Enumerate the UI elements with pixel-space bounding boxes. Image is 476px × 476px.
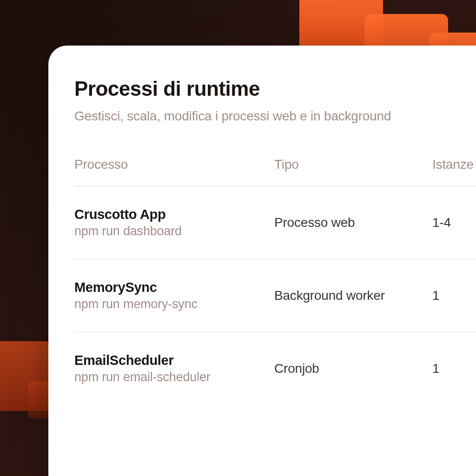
column-header-type: Tipo: [274, 157, 432, 172]
runtime-processes-card: Processi di runtime Gestisci, scala, mod…: [48, 46, 476, 476]
process-name: MemorySync: [74, 280, 274, 295]
process-command: npm run dashboard: [74, 224, 274, 238]
processes-table: Processo Tipo Istanze Cruscotto App npm …: [74, 157, 476, 405]
process-instances: 1: [432, 288, 476, 303]
process-name: EmailScheduler: [74, 353, 274, 368]
process-cell: Cruscotto App npm run dashboard: [74, 207, 274, 238]
process-type: Background worker: [274, 288, 432, 303]
table-row[interactable]: Cruscotto App npm run dashboard Processo…: [74, 186, 476, 259]
process-command: npm run memory-sync: [74, 297, 274, 311]
process-cell: MemorySync npm run memory-sync: [74, 280, 274, 311]
process-name: Cruscotto App: [74, 207, 274, 222]
process-command: npm run email-scheduler: [74, 370, 274, 384]
process-type: Cronjob: [274, 361, 432, 376]
table-header-row: Processo Tipo Istanze: [74, 157, 476, 186]
table-row[interactable]: MemorySync npm run memory-sync Backgroun…: [74, 259, 476, 332]
process-instances: 1: [432, 361, 476, 376]
column-header-process: Processo: [74, 157, 274, 172]
column-header-instances: Istanze: [432, 157, 476, 172]
card-subtitle: Gestisci, scala, modifica i processi web…: [74, 109, 476, 124]
process-instances: 1-4: [432, 215, 476, 230]
table-row[interactable]: EmailScheduler npm run email-scheduler C…: [74, 332, 476, 405]
process-type: Processo web: [274, 215, 432, 230]
card-title: Processi di runtime: [74, 77, 476, 100]
process-cell: EmailScheduler npm run email-scheduler: [74, 353, 274, 384]
